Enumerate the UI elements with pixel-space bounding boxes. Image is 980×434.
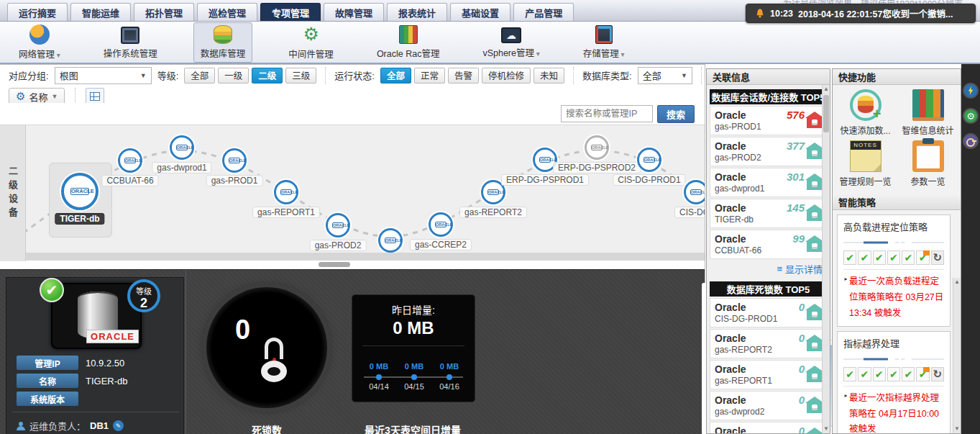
deadlocks-top5-item[interactable]: Oracle dwprod 0 bbox=[710, 422, 827, 434]
scroll-down-arrow[interactable]: ▼ bbox=[953, 425, 961, 433]
main-tab[interactable]: 智能运维 bbox=[70, 3, 131, 21]
level-filter-button[interactable]: 三级 bbox=[285, 68, 316, 83]
check-icon[interactable]: ✔ bbox=[887, 250, 900, 265]
ribbon-item[interactable]: 操作系统管理 bbox=[96, 22, 165, 63]
oracle-node-icon: ORACLE bbox=[684, 180, 705, 204]
filter-separator bbox=[701, 67, 702, 84]
topology-node-label: CIS-DG-PROD1 bbox=[613, 174, 685, 186]
edit-pencil-icon[interactable]: ✎ bbox=[113, 420, 124, 431]
main-tab[interactable]: 产品管理 bbox=[513, 3, 574, 21]
check-icon[interactable]: ✔ bbox=[916, 250, 929, 265]
status-filter-button[interactable]: 告警 bbox=[448, 68, 479, 83]
status-filter-button[interactable]: 全部 bbox=[380, 68, 411, 83]
sessions-top5-item[interactable]: Oracle TIGER-db 145 bbox=[710, 199, 827, 228]
main-tab[interactable]: 巡检管理 bbox=[197, 3, 257, 21]
vertical-scrollbar[interactable]: ▲ ▼ bbox=[822, 85, 830, 433]
check-icon[interactable]: ✔ bbox=[843, 367, 856, 381]
scrollbar-thumb[interactable] bbox=[823, 95, 829, 132]
main-tab[interactable]: 报表统计 bbox=[387, 3, 447, 21]
ribbon-item-icon bbox=[121, 27, 139, 44]
deadlocks-top5-item[interactable]: Oracle CIS-DG-PROD1 0 bbox=[710, 298, 827, 327]
deadlocks-top5-item[interactable]: Oracle gas-dwprod2 0 bbox=[710, 391, 827, 420]
deadlocks-top5-item[interactable]: Oracle gas-REPORT1 0 bbox=[710, 360, 827, 389]
sessions-top5-item[interactable]: Oracle CCBUAT-66 99 bbox=[710, 230, 827, 259]
check-icon[interactable]: ✔ bbox=[873, 367, 886, 381]
show-details-link[interactable]: ≡ 显示详情 bbox=[707, 259, 830, 277]
db-name: TIGER-db bbox=[715, 214, 822, 225]
sessions-top5-item[interactable]: Oracle gas-dwprod1 301 bbox=[710, 168, 827, 197]
horizontal-scrollbar[interactable] bbox=[26, 253, 705, 261]
scroll-down-arrow[interactable]: ▼ bbox=[823, 425, 830, 433]
key-button[interactable] bbox=[963, 133, 979, 149]
main-tab[interactable]: 运行摘要 bbox=[7, 3, 68, 21]
topology-node[interactable]: ORACLE CIS-DG- bbox=[684, 180, 705, 204]
main-tab[interactable]: 专项管理 bbox=[260, 3, 321, 21]
status-filter-button[interactable]: 正常 bbox=[414, 68, 445, 83]
main-tab[interactable]: 故障管理 bbox=[324, 3, 384, 21]
topology-canvas[interactable]: ORACLE TIGER-db ORACLE CCBUAT-66 ORACLE … bbox=[26, 125, 705, 253]
check-icon[interactable]: ✔ bbox=[858, 250, 871, 265]
topology-node[interactable]: ORACLE gas-dwprod1 bbox=[170, 135, 194, 160]
check-icon[interactable]: ✔ bbox=[843, 250, 856, 265]
quick-function-item[interactable]: 智维信息统计 bbox=[897, 89, 959, 136]
database-info-card: ORACLE ✔ 等级 2 管理IP 10.9.2.50 名称 TIGER-db… bbox=[6, 277, 184, 434]
check-icon[interactable]: ✔ bbox=[858, 367, 871, 381]
topology-node[interactable]: ORACLE ERP-DG-PSPROD2 bbox=[585, 135, 609, 160]
status-filter-button[interactable]: 停机检修 bbox=[482, 68, 531, 83]
pulse-line-icon bbox=[843, 353, 944, 364]
notification-toast[interactable]: 10:23 2018-04-16 22:01:57您收到一个撤销... bbox=[746, 4, 976, 23]
status-filter-button[interactable]: 未知 bbox=[533, 68, 564, 83]
ribbon-item[interactable]: ☁ vSphere管理 bbox=[475, 22, 546, 62]
check-icon[interactable]: ↻ bbox=[931, 367, 944, 381]
topology-node[interactable]: ORACLE gas-PROD2 bbox=[326, 213, 350, 238]
ribbon-item-label: vSphere管理 bbox=[482, 45, 539, 59]
group-select[interactable]: 根图 ▼ bbox=[55, 67, 152, 84]
check-icon[interactable]: ✔ bbox=[916, 367, 929, 381]
quick-function-item[interactable]: 快速添加数... bbox=[834, 89, 897, 136]
ribbon-item[interactable]: 数据库管理 bbox=[193, 22, 253, 63]
ribbon-item[interactable]: 存储管理 bbox=[576, 22, 632, 63]
topology-node[interactable]: ORACLE CCBUAT-66 bbox=[118, 148, 142, 173]
level-filter-button[interactable]: 全部 bbox=[184, 68, 215, 83]
dbtype-select[interactable]: 全部 ▼ bbox=[638, 67, 692, 84]
vertical-scrollbar[interactable]: ▲ ▼ bbox=[953, 278, 961, 433]
topology-node[interactable]: ORACLE gas-PROD1 bbox=[222, 148, 247, 173]
show-details-label: 显示详情 bbox=[785, 262, 823, 276]
quick-functions-panel: 快捷功能 快速添加数... 智维信息统计 管理规则一览 参数一览 智能策略 高负… bbox=[832, 68, 961, 434]
scroll-up-arrow[interactable]: ▲ bbox=[823, 85, 830, 94]
padlock-icon bbox=[258, 338, 290, 382]
sessions-top5-item[interactable]: Oracle gas-PROD2 377 bbox=[710, 137, 827, 166]
topology-node[interactable]: ORACLE bbox=[378, 228, 403, 253]
lightning-button[interactable] bbox=[963, 83, 979, 99]
growth-title: 昨日增量: bbox=[352, 302, 475, 317]
deadlocks-top5-item[interactable]: Oracle gas-REPORT2 0 bbox=[710, 329, 827, 358]
attribute-label-badge: 名称 bbox=[17, 374, 78, 388]
check-icon[interactable]: ✔ bbox=[887, 367, 900, 381]
oracle-node-text: ORACLE bbox=[70, 188, 89, 195]
scroll-up-arrow[interactable]: ▲ bbox=[953, 278, 961, 286]
ribbon-item[interactable]: ⚙ 中间件管理 bbox=[281, 22, 341, 63]
topology-node[interactable]: ORACLE gas-CCREP2 bbox=[429, 212, 453, 237]
search-input[interactable] bbox=[561, 105, 653, 122]
check-icon[interactable]: ↻ bbox=[931, 250, 944, 265]
level-filter-button[interactable]: 一级 bbox=[218, 68, 249, 83]
panel-resize-handle[interactable] bbox=[319, 262, 350, 267]
check-icon[interactable]: ✔ bbox=[902, 367, 915, 381]
gears-button[interactable]: ⚙ bbox=[963, 108, 979, 124]
ribbon-item[interactable]: 网络管理 bbox=[12, 22, 68, 63]
sessions-top5-item[interactable]: Oracle gas-PROD1 576 bbox=[710, 106, 827, 135]
lightning-icon bbox=[967, 86, 974, 95]
level-filter-button[interactable]: 二级 bbox=[252, 68, 283, 83]
quick-function-item[interactable]: 参数一览 bbox=[897, 140, 959, 187]
main-tab[interactable]: 拓扑管理 bbox=[134, 3, 194, 21]
search-button[interactable]: 搜索 bbox=[657, 105, 695, 123]
topology-node[interactable]: ORACLE gas-REPORT1 bbox=[274, 180, 298, 204]
check-icon[interactable]: ✔ bbox=[873, 250, 886, 265]
topology-node[interactable]: ORACLE CIS-DG-PROD1 bbox=[637, 148, 661, 172]
check-icon[interactable]: ✔ bbox=[902, 250, 915, 265]
ribbon-item[interactable]: Oracle Rac管理 bbox=[370, 22, 447, 63]
person-icon bbox=[17, 422, 25, 430]
quick-function-item[interactable]: 管理规则一览 bbox=[834, 140, 897, 187]
topology-node[interactable]: ORACLE TIGER-db bbox=[61, 173, 99, 210]
main-tab[interactable]: 基础设置 bbox=[450, 3, 510, 21]
